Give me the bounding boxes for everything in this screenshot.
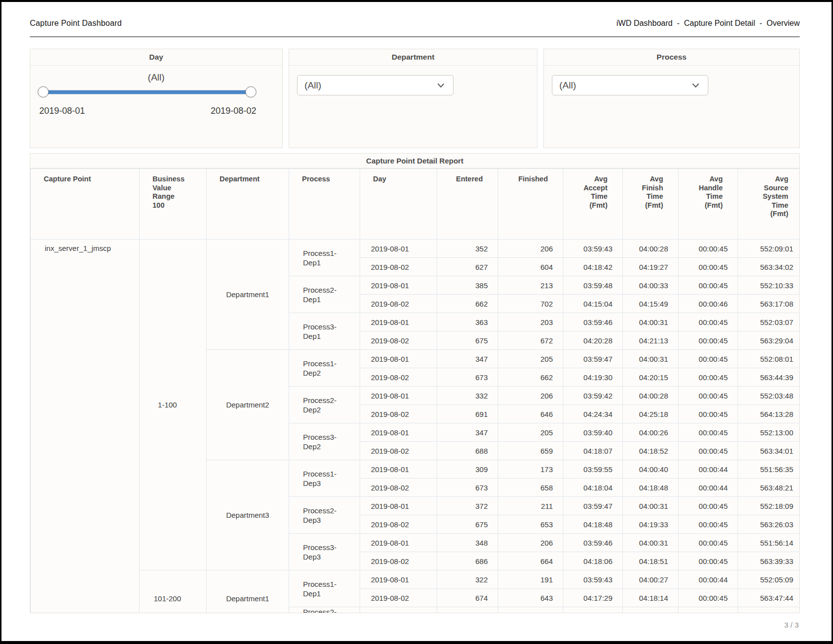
cell-avg-finish-time[interactable]: 04:00:31 [623, 497, 679, 515]
cell-process[interactable]: Process2-Dep2 [289, 387, 360, 423]
cell-avg-finish-time[interactable]: 04:15:49 [623, 295, 679, 313]
slider-track[interactable] [43, 90, 251, 94]
cell-finished[interactable]: 211 [498, 497, 563, 515]
cell-process[interactable]: Process2-Dep3 [289, 497, 360, 534]
cell-avg-finish-time[interactable]: 04:19:27 [623, 258, 679, 276]
cell-finished[interactable]: 658 [498, 479, 563, 497]
cell-avg-accept-time[interactable]: 04:24:34 [563, 405, 623, 423]
cell-avg-accept-time[interactable]: 04:15:04 [563, 295, 623, 313]
cell-entered[interactable]: 688 [437, 442, 498, 460]
cell-avg-source-system-time[interactable]: 552:03:48 [738, 387, 800, 405]
cell-avg-finish-time[interactable]: 04:00:28 [623, 387, 679, 405]
cell-finished[interactable]: 205 [498, 350, 563, 368]
cell-avg-accept-time[interactable]: 04:18:48 [563, 515, 623, 534]
cell-entered[interactable]: 363 [437, 313, 498, 331]
cell-avg-handle-time[interactable]: 00:00:45 [679, 607, 738, 613]
cell-department[interactable]: Department1 [207, 240, 289, 350]
cell-avg-accept-time[interactable]: 03:59:55 [563, 460, 623, 479]
cell-finished[interactable]: 213 [498, 276, 563, 295]
cell-finished[interactable]: 192 [498, 607, 563, 613]
cell-avg-accept-time[interactable]: 03:59:46 [563, 313, 623, 331]
cell-day[interactable]: 2019-08-02 [360, 405, 437, 423]
cell-avg-finish-time[interactable]: 04:00:31 [623, 534, 679, 552]
cell-avg-handle-time[interactable]: 00:00:45 [679, 276, 738, 295]
cell-day[interactable]: 2019-08-01 [360, 607, 437, 613]
cell-avg-handle-time[interactable]: 00:00:45 [679, 313, 738, 331]
col-header-department[interactable]: Department [207, 169, 289, 240]
cell-entered[interactable]: 675 [437, 331, 498, 350]
cell-process[interactable]: Process1-Dep2 [289, 350, 360, 387]
cell-avg-accept-time[interactable]: 04:18:07 [563, 442, 623, 460]
cell-day[interactable]: 2019-08-02 [360, 589, 437, 607]
cell-process[interactable]: Process1-Dep3 [289, 460, 360, 497]
cell-avg-finish-time[interactable]: 04:18:51 [623, 552, 679, 570]
cell-avg-handle-time[interactable]: 00:00:44 [679, 460, 738, 479]
cell-avg-finish-time[interactable]: 04:00:29 [623, 607, 679, 613]
cell-avg-accept-time[interactable]: 03:59:43 [563, 570, 623, 589]
col-header-entered[interactable]: Entered [437, 169, 498, 240]
cell-avg-source-system-time[interactable]: 563:26:03 [738, 515, 800, 534]
cell-day[interactable]: 2019-08-02 [360, 331, 437, 350]
cell-entered[interactable]: 686 [437, 552, 498, 570]
cell-finished[interactable]: 664 [498, 552, 563, 570]
cell-finished[interactable]: 206 [498, 534, 563, 552]
cell-avg-accept-time[interactable]: 04:20:28 [563, 331, 623, 350]
cell-avg-accept-time[interactable]: 04:18:42 [563, 258, 623, 276]
cell-entered[interactable]: 372 [437, 497, 498, 515]
cell-finished[interactable]: 672 [498, 331, 563, 350]
cell-avg-finish-time[interactable]: 04:00:31 [623, 313, 679, 331]
cell-avg-source-system-time[interactable]: 563:48:21 [738, 479, 800, 497]
cell-avg-source-system-time[interactable]: 563:34:01 [738, 442, 800, 460]
cell-avg-accept-time[interactable]: 03:59:47 [563, 350, 623, 368]
cell-avg-accept-time[interactable]: 04:18:04 [563, 479, 623, 497]
cell-avg-source-system-time[interactable]: 552:13:00 [738, 423, 800, 442]
cell-avg-handle-time[interactable]: 00:00:45 [679, 240, 738, 258]
cell-day[interactable]: 2019-08-02 [360, 442, 437, 460]
slider-handle-left[interactable] [38, 86, 49, 97]
cell-avg-accept-time[interactable]: 04:19:30 [563, 368, 623, 387]
cell-entered[interactable]: 309 [437, 460, 498, 479]
col-header-avg-finish-time[interactable]: Avg Finish Time (Fmt) [623, 169, 679, 240]
cell-avg-accept-time[interactable]: 04:18:06 [563, 552, 623, 570]
cell-avg-finish-time[interactable]: 04:00:28 [623, 240, 679, 258]
cell-day[interactable]: 2019-08-01 [360, 387, 437, 405]
cell-avg-source-system-time[interactable]: 563:44:39 [738, 368, 800, 387]
cell-avg-source-system-time[interactable]: 563:17:08 [738, 295, 800, 313]
day-range-slider[interactable] [43, 86, 251, 97]
cell-avg-handle-time[interactable]: 00:00:45 [679, 497, 738, 515]
cell-avg-finish-time[interactable]: 04:21:13 [623, 331, 679, 350]
cell-capture-point[interactable]: inx_server_1_jmscp [31, 240, 140, 613]
cell-avg-accept-time[interactable]: 03:59:44 [563, 607, 623, 613]
cell-entered[interactable]: 352 [437, 240, 498, 258]
cell-finished[interactable]: 643 [498, 589, 563, 607]
cell-day[interactable]: 2019-08-01 [360, 350, 437, 368]
cell-entered[interactable]: 322 [437, 570, 498, 589]
cell-avg-source-system-time[interactable]: 563:29:04 [738, 331, 800, 350]
cell-finished[interactable]: 173 [498, 460, 563, 479]
col-header-process[interactable]: Process [289, 169, 360, 240]
cell-day[interactable]: 2019-08-02 [360, 295, 437, 313]
cell-day[interactable]: 2019-08-02 [360, 258, 437, 276]
cell-finished[interactable]: 662 [498, 368, 563, 387]
cell-process[interactable]: Process3-Dep3 [289, 534, 360, 570]
cell-avg-source-system-time[interactable]: 563:39:33 [738, 552, 800, 570]
cell-finished[interactable]: 191 [498, 570, 563, 589]
cell-avg-handle-time[interactable]: 00:00:45 [679, 258, 738, 276]
cell-avg-handle-time[interactable]: 00:00:45 [679, 331, 738, 350]
col-header-capture-point[interactable]: Capture Point [31, 169, 140, 240]
cell-avg-finish-time[interactable]: 04:00:33 [623, 276, 679, 295]
cell-entered[interactable]: 332 [437, 387, 498, 405]
col-header-avg-handle-time[interactable]: Avg Handle Time (Fmt) [679, 169, 738, 240]
cell-entered[interactable]: 691 [437, 405, 498, 423]
cell-avg-source-system-time[interactable]: 551:55:48 [738, 607, 800, 613]
cell-day[interactable]: 2019-08-02 [360, 552, 437, 570]
cell-day[interactable]: 2019-08-02 [360, 479, 437, 497]
cell-entered[interactable]: 347 [437, 423, 498, 442]
cell-avg-handle-time[interactable]: 00:00:45 [679, 387, 738, 405]
cell-avg-finish-time[interactable]: 04:18:48 [623, 479, 679, 497]
cell-avg-accept-time[interactable]: 03:59:40 [563, 423, 623, 442]
cell-avg-finish-time[interactable]: 04:20:15 [623, 368, 679, 387]
cell-avg-source-system-time[interactable]: 563:34:02 [738, 258, 800, 276]
cell-entered[interactable]: 675 [437, 515, 498, 534]
cell-avg-finish-time[interactable]: 04:18:52 [623, 442, 679, 460]
